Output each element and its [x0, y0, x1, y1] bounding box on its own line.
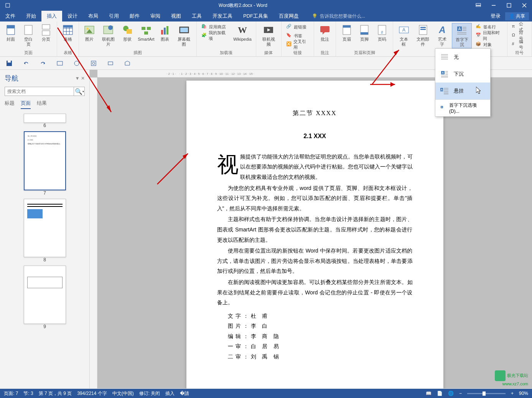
dropcap-none[interactable]: 无 — [435, 49, 490, 66]
document-page[interactable]: 第二节 XXXX 2.1 XXX 视 频提供了功能强大的方法帮助您证明您的观点。… — [186, 81, 443, 388]
dropcap-options[interactable]: A 首字下沉选项(D)... — [435, 100, 490, 116]
qa-btn-5[interactable] — [72, 59, 81, 68]
pagenum-button[interactable]: #页码 — [374, 23, 390, 43]
textbox-button[interactable]: A文本框 — [396, 23, 411, 48]
qa-btn-7[interactable] — [106, 59, 115, 68]
dropcap-in-margin[interactable]: A 悬挂 — [435, 83, 490, 99]
online-video-button[interactable]: 联机视频 — [259, 23, 278, 48]
maximize-button[interactable] — [501, 0, 517, 11]
view-web-icon[interactable]: 🌐 — [448, 391, 454, 396]
blank-page-button[interactable]: 空白页 — [21, 23, 36, 48]
wikipedia-button[interactable]: WWikipedia — [232, 23, 252, 43]
nav-tab-results[interactable]: 结果 — [37, 100, 47, 109]
status-extra-icon[interactable]: �請 — [180, 390, 189, 397]
chart-button[interactable]: 图表 — [158, 23, 172, 43]
credit-row: 编辑：李 商 隐 — [217, 331, 413, 342]
dropcap-button[interactable]: A首字下沉 — [452, 23, 471, 48]
tell-me-search[interactable]: 💡 告诉我您想要做什么... — [312, 13, 365, 20]
undo-button[interactable] — [21, 59, 31, 68]
zoom-out-button[interactable]: − — [459, 391, 462, 396]
tab-references[interactable]: 引用 — [104, 11, 124, 21]
online-picture-button[interactable]: 联机图片 — [99, 23, 118, 48]
tab-design[interactable]: 设计 — [62, 11, 83, 21]
tab-baidu[interactable]: 百度网盘 — [273, 11, 304, 21]
wordart-button[interactable]: A艺术字 — [435, 23, 450, 48]
thumb-num-8: 8 — [24, 257, 66, 263]
tab-file[interactable]: 文件 — [0, 11, 21, 21]
vertical-ruler[interactable] — [90, 78, 97, 388]
comment-button[interactable]: 批注 — [317, 23, 333, 43]
tab-review[interactable]: 审阅 — [145, 11, 166, 21]
screenshot-button[interactable]: 屏幕截图 — [175, 23, 193, 48]
nav-tab-pages[interactable]: 页面 — [21, 100, 31, 109]
thumbnail-9[interactable] — [24, 266, 66, 324]
tab-view[interactable]: 视图 — [166, 11, 186, 21]
svg-rect-25 — [142, 27, 145, 30]
status-lang[interactable]: 中文(中国) — [112, 390, 134, 397]
zoom-in-button[interactable]: + — [511, 391, 514, 396]
thumbnail-6[interactable] — [24, 114, 66, 123]
signature-line-button[interactable]: ✍️签名行 — [474, 23, 504, 31]
status-section[interactable]: 节: 3 — [23, 390, 33, 397]
number-button[interactable]: #编号 — [511, 41, 529, 48]
tab-insert[interactable]: 插入 — [41, 11, 62, 21]
search-button[interactable]: 🔍▾ — [74, 87, 84, 96]
my-addins-button[interactable]: 🧩我的加载项 — [200, 32, 230, 40]
login-link[interactable]: 登录 — [491, 13, 501, 20]
app-store-button[interactable]: 🛍️应用商店 — [200, 23, 230, 31]
qa-btn-6[interactable] — [89, 59, 98, 68]
thumbnail-7[interactable]: 第二节 XXXX2.1 XXX视频提供了功能强大的方法帮助您证明您的观点... — [24, 131, 66, 190]
equation-button[interactable]: π公式 — [511, 23, 529, 31]
svg-rect-35 — [320, 26, 329, 32]
zoom-level[interactable]: 90% — [519, 391, 528, 396]
table-button[interactable]: 表格 — [60, 23, 76, 43]
status-insert[interactable]: 插入 — [165, 390, 175, 397]
crossref-button[interactable]: 🔀交叉引用 — [285, 41, 311, 48]
tab-mailings[interactable]: 邮件 — [124, 11, 145, 21]
status-page[interactable]: 页面: 7 — [4, 390, 18, 397]
status-pages[interactable]: 第 7 页，共 9 页 — [39, 390, 72, 397]
minimize-button[interactable] — [486, 0, 501, 11]
share-button[interactable]: 👤 共享 — [505, 12, 529, 20]
zoom-slider[interactable] — [467, 393, 506, 394]
bookmark-button[interactable]: 🔖书签 — [285, 32, 311, 40]
nav-close-icon[interactable]: ▼ ✕ — [75, 76, 85, 81]
status-words[interactable]: 394/2214 个字 — [77, 390, 107, 397]
tab-home[interactable]: 开始 — [21, 11, 41, 21]
redo-button[interactable] — [38, 59, 48, 68]
shapes-button[interactable]: 形状 — [120, 23, 135, 43]
qa-btn-8[interactable] — [123, 59, 132, 68]
svg-rect-46 — [420, 27, 426, 28]
status-track[interactable]: 修订: 关闭 — [139, 390, 160, 397]
search-input[interactable] — [5, 87, 74, 96]
svg-point-19 — [86, 28, 89, 30]
document-scroll[interactable]: 第二节 XXXX 2.1 XXX 视 频提供了功能强大的方法帮助您证明您的观点。… — [97, 78, 532, 388]
view-print-icon[interactable]: 📄 — [437, 391, 443, 396]
save-button[interactable] — [5, 59, 14, 68]
nav-thumbnails: 6 第二节 XXXX2.1 XXX视频提供了功能强大的方法帮助您证明您的观点..… — [5, 114, 85, 385]
symbol-button[interactable]: Ω符号 — [511, 32, 529, 40]
nav-tab-headings[interactable]: 标题 — [5, 100, 15, 109]
quickparts-button[interactable]: 文档部件 — [413, 23, 432, 48]
ribbon-display-options-icon[interactable] — [0, 0, 15, 11]
view-read-icon[interactable]: 📖 — [426, 391, 432, 396]
page-break-button[interactable]: 分页 — [38, 23, 54, 43]
tab-layout[interactable]: 布局 — [83, 11, 104, 21]
picture-button[interactable]: 图片 — [82, 23, 97, 43]
thumbnail-8[interactable] — [24, 199, 66, 257]
header-button[interactable]: 页眉 — [339, 23, 354, 43]
footer-button[interactable]: 页脚 — [357, 23, 372, 43]
close-button[interactable] — [517, 0, 532, 11]
dropcap-dropped[interactable]: A 下沉 — [435, 66, 490, 83]
svg-text:A: A — [438, 25, 445, 35]
tab-pdf[interactable]: PDF工具集 — [238, 11, 273, 21]
hyperlink-button[interactable]: 🔗超链接 — [285, 23, 311, 31]
tab-tools[interactable]: 工具 — [186, 11, 207, 21]
smartart-button[interactable]: SmartArt — [137, 23, 155, 43]
object-button[interactable]: 📦对象 — [474, 41, 504, 48]
datetime-button[interactable]: 📅日期和时间 — [474, 32, 504, 40]
cover-page-button[interactable]: 封面 — [3, 23, 18, 43]
tab-developer[interactable]: 开发工具 — [207, 11, 238, 21]
qa-btn-4[interactable] — [55, 59, 64, 68]
ribbon-options-icon[interactable] — [471, 0, 486, 11]
